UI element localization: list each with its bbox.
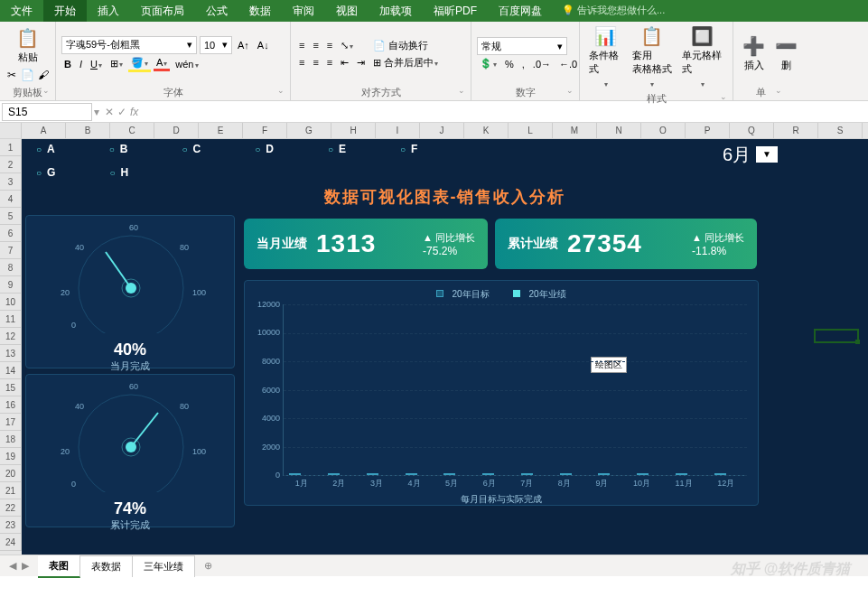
sheet-tab-chart[interactable]: 表图	[38, 555, 80, 578]
increase-decimal-icon[interactable]: .0→	[530, 58, 554, 70]
row-header[interactable]: 21	[0, 482, 22, 499]
col-header[interactable]: F	[243, 123, 287, 138]
number-format-select[interactable]: 常规▾	[477, 37, 567, 55]
row-header[interactable]: 9	[0, 276, 22, 294]
tab-baidu[interactable]: 百度网盘	[488, 0, 553, 22]
align-middle-icon[interactable]: ≡	[310, 39, 321, 51]
comma-icon[interactable]: ,	[519, 58, 527, 70]
wrap-text-button[interactable]: 📄 自动换行	[370, 38, 431, 53]
cell-styles-button[interactable]: 🔲单元格样式	[678, 23, 727, 90]
fx-icon[interactable]: fx	[130, 106, 138, 118]
row-header[interactable]: 4	[0, 191, 22, 208]
font-name-select[interactable]: 字魂59号-创粗黑▾	[61, 36, 197, 54]
row-header[interactable]: 23	[0, 517, 22, 534]
bar-pair[interactable]	[714, 473, 742, 475]
filter-item[interactable]: G	[36, 166, 55, 179]
tab-formula[interactable]: 公式	[195, 0, 238, 22]
align-bottom-icon[interactable]: ≡	[324, 39, 335, 51]
col-header[interactable]: G	[287, 123, 331, 138]
bold-button[interactable]: B	[61, 58, 74, 70]
tab-view[interactable]: 视图	[325, 0, 369, 22]
tell-me-input[interactable]: 告诉我您想做什么...	[553, 0, 674, 22]
tab-foxit[interactable]: 福昕PDF	[423, 0, 488, 22]
monthly-chart[interactable]: 20年目标 20年业绩 绘图区 020004000600080001000012…	[244, 280, 759, 506]
col-header[interactable]: D	[154, 123, 199, 138]
bar-pair[interactable]	[482, 473, 509, 475]
decrease-decimal-icon[interactable]: ←.0	[556, 58, 580, 70]
align-left-icon[interactable]: ≡	[296, 56, 307, 69]
row-header[interactable]: 2	[0, 156, 22, 173]
underline-button[interactable]: U	[88, 58, 105, 70]
orientation-icon[interactable]: ⤡	[338, 39, 356, 52]
accept-formula-icon[interactable]: ✓	[117, 106, 126, 118]
col-header[interactable]: J	[420, 123, 464, 138]
align-top-icon[interactable]: ≡	[296, 39, 307, 51]
sheet-nav-first-icon[interactable]: ◀	[9, 560, 16, 572]
row-header[interactable]: 6	[0, 225, 22, 242]
tab-home[interactable]: 开始	[43, 0, 87, 22]
conditional-format-button[interactable]: 📊条件格式	[585, 23, 626, 90]
merge-button[interactable]: ⊞ 合并后居中	[370, 55, 441, 70]
row-header[interactable]: 16	[0, 396, 22, 414]
sheet-tab-data[interactable]: 表数据	[80, 555, 133, 577]
tab-addin[interactable]: 加载项	[369, 0, 423, 22]
align-right-icon[interactable]: ≡	[324, 56, 335, 69]
row-header[interactable]: 12	[0, 328, 22, 345]
bar-pair[interactable]	[637, 473, 664, 475]
tab-data[interactable]: 数据	[238, 0, 282, 22]
bar-pair[interactable]	[367, 473, 394, 475]
filter-item[interactable]: D	[255, 143, 274, 155]
cut-icon[interactable]: ✂	[5, 68, 18, 82]
select-all-corner[interactable]	[0, 123, 22, 138]
format-painter-icon[interactable]: 🖌	[37, 68, 50, 82]
filter-item[interactable]: A	[36, 143, 55, 155]
col-header[interactable]: M	[553, 123, 597, 138]
name-box[interactable]: S15	[2, 103, 92, 121]
border-button[interactable]: ⊞	[107, 57, 126, 70]
col-header[interactable]: K	[464, 123, 509, 138]
bar-pair[interactable]	[676, 473, 703, 475]
col-header[interactable]: O	[641, 123, 686, 138]
bar-pair[interactable]	[328, 473, 355, 475]
filter-item[interactable]: E	[328, 143, 346, 155]
fill-color-button[interactable]: 🪣	[128, 56, 151, 72]
tab-layout[interactable]: 页面布局	[130, 0, 195, 22]
indent-left-icon[interactable]: ⇤	[338, 56, 351, 70]
row-header[interactable]: 14	[0, 362, 22, 379]
row-header[interactable]: 3	[0, 173, 22, 191]
col-header[interactable]: B	[66, 123, 110, 138]
col-header[interactable]: R	[774, 123, 818, 138]
col-header[interactable]: H	[331, 123, 376, 138]
format-table-button[interactable]: 📋套用 表格格式	[629, 23, 676, 90]
indent-right-icon[interactable]: ⇥	[354, 56, 368, 70]
row-header[interactable]: 17	[0, 414, 22, 431]
filter-item[interactable]: H	[109, 166, 128, 179]
paste-button[interactable]: 📋 粘贴	[5, 25, 50, 66]
col-header[interactable]: E	[199, 123, 243, 138]
row-header[interactable]: 13	[0, 345, 22, 362]
sheet-tab-3year[interactable]: 三年业绩	[133, 555, 195, 577]
filter-item[interactable]: C	[182, 143, 201, 155]
phonetic-button[interactable]: wén	[173, 58, 201, 70]
tab-file[interactable]: 文件	[0, 0, 43, 22]
col-header[interactable]: L	[509, 123, 553, 138]
percent-icon[interactable]: %	[502, 58, 517, 70]
bar-pair[interactable]	[443, 473, 471, 475]
add-sheet-button[interactable]: ⊕	[195, 556, 221, 575]
insert-cells-button[interactable]: ➕插入	[739, 33, 769, 74]
bar-pair[interactable]	[560, 473, 587, 475]
bar-pair[interactable]	[521, 473, 548, 475]
row-header[interactable]: 10	[0, 294, 22, 311]
row-header[interactable]: 22	[0, 499, 22, 517]
bar-pair[interactable]	[289, 473, 316, 475]
col-header[interactable]: C	[110, 123, 154, 138]
row-header[interactable]: 24	[0, 534, 22, 551]
col-header[interactable]: A	[22, 123, 66, 138]
font-color-button[interactable]: A	[154, 56, 170, 71]
bar-pair[interactable]	[406, 473, 433, 475]
tab-review[interactable]: 审阅	[282, 0, 325, 22]
currency-icon[interactable]: 💲	[477, 57, 499, 70]
chart-plot-area[interactable]: 绘图区 020004000600080001000012000	[283, 304, 747, 476]
month-dropdown[interactable]: ▼	[756, 146, 778, 163]
decrease-font-icon[interactable]: A↓	[255, 39, 272, 51]
